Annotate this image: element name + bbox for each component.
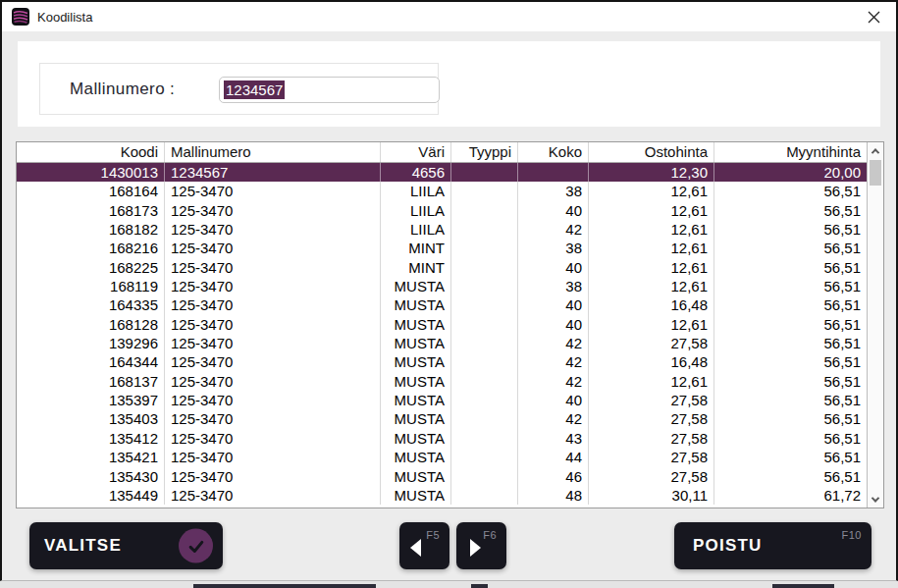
table-row[interactable]: 14300131234567465612,3020,00 xyxy=(17,163,867,182)
table-cell: MUSTA xyxy=(381,334,451,352)
poistu-button-label: POISTU xyxy=(693,536,763,556)
table-cell: 48 xyxy=(518,486,589,505)
table-cell: 27,58 xyxy=(589,448,714,466)
table-cell: 42 xyxy=(518,352,589,371)
table-cell: 42 xyxy=(518,220,589,239)
table-cell: 125-3470 xyxy=(165,220,381,239)
next-fkey-label: F6 xyxy=(483,529,497,541)
table-cell: 56,51 xyxy=(714,352,867,371)
background-window-strip xyxy=(0,581,898,588)
table-row[interactable]: 135421125-3470MUSTA4427,5856,51 xyxy=(17,448,867,466)
table-row[interactable]: 168119125-3470MUSTA3812,6156,51 xyxy=(17,277,867,295)
table-cell: MUSTA xyxy=(381,315,451,334)
scrollbar-thumb[interactable] xyxy=(870,160,881,186)
column-header-ostohinta[interactable]: Ostohinta xyxy=(589,142,714,162)
column-header-koko[interactable]: Koko xyxy=(518,142,589,162)
scroll-down-button[interactable] xyxy=(868,491,883,508)
column-header-tyyppi[interactable]: Tyyppi xyxy=(451,142,518,162)
valitse-button[interactable]: VALITSE xyxy=(29,522,223,569)
table-row[interactable]: 135397125-3470MUSTA4027,5856,51 xyxy=(17,391,867,409)
window-title: Koodilista xyxy=(37,10,92,25)
table-cell: 125-3470 xyxy=(165,239,381,257)
table-cell: 56,51 xyxy=(714,429,867,448)
table-cell: 125-3470 xyxy=(165,182,381,200)
table-cell: 56,51 xyxy=(714,239,867,257)
table-row[interactable]: 139296125-3470MUSTA4227,5856,51 xyxy=(17,334,867,352)
poistu-button[interactable]: POISTU F10 xyxy=(674,522,872,569)
table-row[interactable]: 168182125-3470LIILA4212,6156,51 xyxy=(17,220,867,239)
table-cell: 12,61 xyxy=(589,201,714,220)
table-cell: 12,61 xyxy=(589,372,714,391)
table-cell: 27,58 xyxy=(589,334,714,352)
column-header-mallinumero[interactable]: Mallinumero xyxy=(165,142,381,162)
table-cell xyxy=(451,448,518,466)
column-header-koodi[interactable]: Koodi xyxy=(17,142,165,162)
table-cell: 38 xyxy=(518,239,589,257)
table-cell: 135449 xyxy=(17,486,165,505)
table-row[interactable]: 135430125-3470MUSTA4627,5856,51 xyxy=(17,467,867,486)
table-cell: 56,51 xyxy=(714,220,867,239)
table-cell: MUSTA xyxy=(381,486,451,505)
column-header-myyntihinta[interactable]: Myyntihinta xyxy=(714,142,867,162)
table-cell: 56,51 xyxy=(714,409,867,428)
table-row[interactable]: 168173125-3470LIILA4012,6156,51 xyxy=(17,201,867,220)
table-cell: 12,30 xyxy=(589,163,714,182)
table-row[interactable]: 168225125-3470MINT4012,6156,51 xyxy=(17,258,867,277)
table-cell: 164335 xyxy=(17,295,165,314)
table-cell: 12,61 xyxy=(589,315,714,334)
arrow-left-icon xyxy=(410,539,421,557)
table-row[interactable]: 135449125-3470MUSTA4830,1161,72 xyxy=(17,486,867,505)
table-cell: 125-3470 xyxy=(165,429,381,448)
mallinumero-input[interactable]: 1234567 xyxy=(219,77,440,103)
table-cell: 125-3470 xyxy=(165,372,381,391)
table-cell: 56,51 xyxy=(714,277,867,295)
table-row[interactable]: 135403125-3470MUSTA4227,5856,51 xyxy=(17,409,867,428)
table-cell: 56,51 xyxy=(714,372,867,391)
close-icon[interactable] xyxy=(861,4,886,29)
table-cell: 20,00 xyxy=(714,163,867,182)
table-cell: 168182 xyxy=(17,220,165,239)
table-cell: 168164 xyxy=(17,182,165,200)
table-cell: 125-3470 xyxy=(165,352,381,371)
table-cell: 135430 xyxy=(17,467,165,486)
table-cell: 125-3470 xyxy=(165,448,381,466)
table-row[interactable]: 168164125-3470LIILA3812,6156,51 xyxy=(17,182,867,200)
table-cell xyxy=(451,315,518,334)
scroll-up-button[interactable] xyxy=(868,142,883,159)
table-cell xyxy=(451,182,518,200)
table-cell: 56,51 xyxy=(714,258,867,277)
table-row[interactable]: 168128125-3470MUSTA4012,6156,51 xyxy=(17,315,867,334)
chevron-up-icon xyxy=(872,148,879,156)
table-cell: 46 xyxy=(518,467,589,486)
check-icon xyxy=(179,529,213,563)
table-cell xyxy=(451,391,518,409)
table-cell: 168119 xyxy=(17,277,165,295)
table-cell: 43 xyxy=(518,429,589,448)
table-row[interactable]: 168137125-3470MUSTA4212,6156,51 xyxy=(17,372,867,391)
table-cell: 56,51 xyxy=(714,467,867,486)
table-cell: 27,58 xyxy=(589,391,714,409)
table-cell: 168216 xyxy=(17,239,165,257)
table-cell: 139296 xyxy=(17,334,165,352)
poistu-fkey-label: F10 xyxy=(842,529,862,541)
table-row[interactable]: 164335125-3470MUSTA4016,4856,51 xyxy=(17,295,867,314)
vertical-scrollbar[interactable] xyxy=(867,142,883,508)
table-cell: 16,48 xyxy=(589,352,714,371)
table-cell: MUSTA xyxy=(381,429,451,448)
table-cell: 125-3470 xyxy=(165,315,381,334)
table-row[interactable]: 135412125-3470MUSTA4327,5856,51 xyxy=(17,429,867,448)
table-cell: LIILA xyxy=(381,182,451,200)
table-row[interactable]: 164344125-3470MUSTA4216,4856,51 xyxy=(17,352,867,371)
table-cell: 125-3470 xyxy=(165,258,381,277)
table-cell: 56,51 xyxy=(714,182,867,200)
column-header-väri[interactable]: Väri xyxy=(381,142,451,162)
table-cell: 125-3470 xyxy=(165,391,381,409)
table-row[interactable]: 168216125-3470MINT3812,6156,51 xyxy=(17,239,867,257)
table-cell: 56,51 xyxy=(714,391,867,409)
previous-button[interactable]: F5 xyxy=(399,522,449,569)
koodilista-window: Koodilista Mallinumero : 1234567 KoodiMa… xyxy=(0,0,898,581)
table-cell: 44 xyxy=(518,448,589,466)
table-cell: 16,48 xyxy=(589,295,714,314)
next-button[interactable]: F6 xyxy=(456,522,506,569)
table-cell xyxy=(451,201,518,220)
